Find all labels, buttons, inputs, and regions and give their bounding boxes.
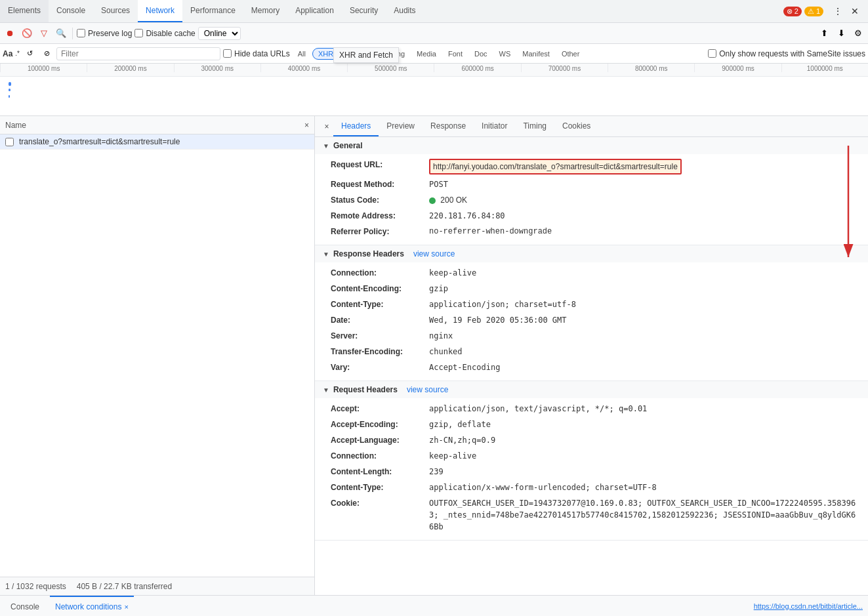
left-panel: Name × translate_o?smartresult=dict&smar… — [0, 116, 315, 595]
filter-tab-ws[interactable]: WS — [494, 48, 516, 60]
timeline: 100000 ms 200000 ms 300000 ms 400000 ms … — [0, 64, 868, 116]
export-har-button[interactable]: ⬆ — [817, 26, 831, 41]
resp-vary-row: Vary: Accept-Encoding — [331, 359, 860, 375]
timeline-mark-3: 400000 ms — [260, 64, 347, 72]
tab-icons: ⊗ 2 ⚠ 1 ⋮ ✕ — [783, 3, 868, 19]
general-section-header[interactable]: ▼ General — [315, 137, 868, 154]
response-headers-view-source[interactable]: view source — [413, 249, 455, 258]
throttle-select[interactable]: Online — [198, 27, 241, 40]
filter-tab-other[interactable]: Other — [556, 48, 585, 60]
response-headers-body: Connection: keep-alive Content-Encoding:… — [315, 262, 868, 380]
network-toolbar: ⏺ 🚫 ▽ 🔍 Preserve log Disable cache Onlin… — [0, 23, 868, 44]
tab-console[interactable]: Console — [49, 0, 93, 22]
detail-tab-headers[interactable]: Headers — [333, 116, 379, 136]
timeline-mark-8: 900000 ms — [694, 64, 781, 72]
req-accept-row: Accept: application/json, text/javascrip… — [331, 401, 860, 417]
response-headers-section: ▼ Response Headers view source Connectio… — [315, 245, 868, 381]
timeline-mark-0: 100000 ms — [0, 64, 87, 72]
hide-data-urls-checkbox[interactable] — [223, 49, 232, 58]
list-header: Name × — [0, 116, 314, 134]
tab-sources[interactable]: Sources — [93, 0, 138, 22]
close-devtools-icon[interactable]: ✕ — [847, 3, 863, 19]
samesite-checkbox[interactable] — [708, 49, 716, 58]
search-button[interactable]: 🔍 — [54, 26, 68, 41]
detail-tab-preview[interactable]: Preview — [379, 116, 423, 136]
resp-content-encoding-row: Content-Encoding: gzip — [331, 281, 860, 297]
detail-tab-response[interactable]: Response — [423, 116, 474, 136]
disable-cache-label: Disable cache — [134, 29, 195, 38]
settings-button[interactable]: ⚙ — [851, 26, 865, 41]
preserve-log-label: Preserve log — [77, 29, 132, 38]
filter-button[interactable]: ▽ — [37, 26, 51, 41]
bottom-bar: Console Network conditions × https://blo… — [0, 595, 868, 616]
filter-clear-icon[interactable]: ⊘ — [39, 47, 54, 61]
xhr-tooltip: XHR and Fetch — [333, 47, 399, 63]
list-item[interactable]: translate_o?smartresult=dict&smartresult… — [0, 134, 314, 150]
filter-tab-media[interactable]: Media — [411, 48, 442, 60]
req-connection-row: Connection: keep-alive — [331, 448, 860, 464]
clear-button[interactable]: 🚫 — [20, 26, 34, 41]
request-method-row: Request Method: POST — [331, 176, 860, 192]
timeline-mark-4: 500000 ms — [347, 64, 434, 72]
general-section: ▼ General Request URL: http://fanyi.youd… — [315, 137, 868, 245]
list-item-checkbox[interactable] — [5, 138, 14, 146]
preserve-log-checkbox[interactable] — [77, 29, 85, 37]
tab-elements[interactable]: Elements — [0, 0, 49, 22]
filter-tab-manifest[interactable]: Manifest — [517, 48, 555, 60]
timeline-mark-7: 800000 ms — [608, 64, 694, 72]
tab-security[interactable]: Security — [342, 0, 386, 22]
req-content-length-row: Content-Length: 239 — [331, 464, 860, 480]
timeline-mark-2: 300000 ms — [174, 64, 260, 72]
hide-data-urls-label: Hide data URLs — [223, 49, 290, 58]
tab-memory[interactable]: Memory — [243, 0, 287, 22]
timeline-bar-1 — [9, 89, 10, 91]
more-options-icon[interactable]: ⋮ — [830, 3, 846, 19]
timeline-mark-5: 600000 ms — [434, 64, 520, 72]
detail-close-button[interactable]: × — [320, 120, 333, 133]
filter-tab-all[interactable]: All — [293, 48, 311, 60]
request-count: 1 / 1032 requests — [5, 582, 66, 591]
tab-network[interactable]: Network — [138, 0, 182, 22]
detail-tab-timing[interactable]: Timing — [515, 116, 554, 136]
import-har-button[interactable]: ⬇ — [834, 26, 848, 41]
req-cookie-row: Cookie: OUTFOX_SEARCH_USER_ID=1943732077… — [331, 495, 860, 535]
resp-date-row: Date: Wed, 19 Feb 2020 05:36:00 GMT — [331, 312, 860, 328]
status-code-row: Status Code: 200 OK — [331, 192, 860, 208]
filter-tab-font[interactable]: Font — [443, 48, 468, 60]
detail-content: ▼ General Request URL: http://fanyi.youd… — [315, 137, 868, 595]
resp-content-type-row: Content-Type: application/json; charset=… — [331, 297, 860, 312]
bottom-url: https://blog.csdn.net/bitbit/article... — [754, 602, 863, 610]
filter-tab-doc[interactable]: Doc — [469, 48, 493, 60]
request-headers-view-source[interactable]: view source — [407, 385, 448, 394]
record-button[interactable]: ⏺ — [3, 26, 17, 41]
filter-input[interactable] — [56, 47, 220, 60]
divider-1 — [72, 28, 73, 39]
tab-application[interactable]: Application — [287, 0, 342, 22]
disable-cache-checkbox[interactable] — [134, 29, 143, 37]
right-panel: × Headers Preview Response Initiator Tim… — [315, 116, 868, 595]
request-headers-section: ▼ Request Headers view source Accept: ap… — [315, 381, 868, 541]
list-items: translate_o?smartresult=dict&smartresult… — [0, 134, 314, 577]
filter-refresh-icon[interactable]: ↺ — [22, 47, 37, 61]
transfer-size: 405 B / 22.7 KB transferred — [77, 582, 172, 591]
request-headers-header[interactable]: ▼ Request Headers view source — [315, 381, 868, 398]
bottom-tab-network-conditions[interactable]: Network conditions × — [50, 596, 134, 616]
timeline-chart — [0, 77, 868, 116]
req-accept-language-row: Accept-Language: zh-CN,zh;q=0.9 — [331, 432, 860, 448]
detail-tab-cookies[interactable]: Cookies — [554, 116, 598, 136]
remote-address-row: Remote Address: 220.181.76.84:80 — [331, 208, 860, 224]
detail-tabs: × Headers Preview Response Initiator Tim… — [315, 116, 868, 137]
tab-audits[interactable]: Audits — [386, 0, 423, 22]
timeline-bar-2 — [9, 95, 10, 98]
tab-performance[interactable]: Performance — [182, 0, 243, 22]
request-url-row: Request URL: http://fanyi.youdao.com/tra… — [331, 157, 860, 176]
general-toggle-icon: ▼ — [323, 142, 329, 150]
response-headers-header[interactable]: ▼ Response Headers view source — [315, 245, 868, 262]
bottom-tab-close-icon[interactable]: × — [124, 603, 128, 611]
bottom-tab-console[interactable]: Console — [5, 596, 45, 616]
request-headers-toggle-icon: ▼ — [323, 386, 329, 394]
resp-transfer-encoding-row: Transfer-Encoding: chunked — [331, 344, 860, 359]
detail-tab-initiator[interactable]: Initiator — [474, 116, 515, 136]
online-select-wrapper: Online — [198, 27, 241, 40]
timeline-mark-9: 1000000 ms — [781, 64, 868, 72]
